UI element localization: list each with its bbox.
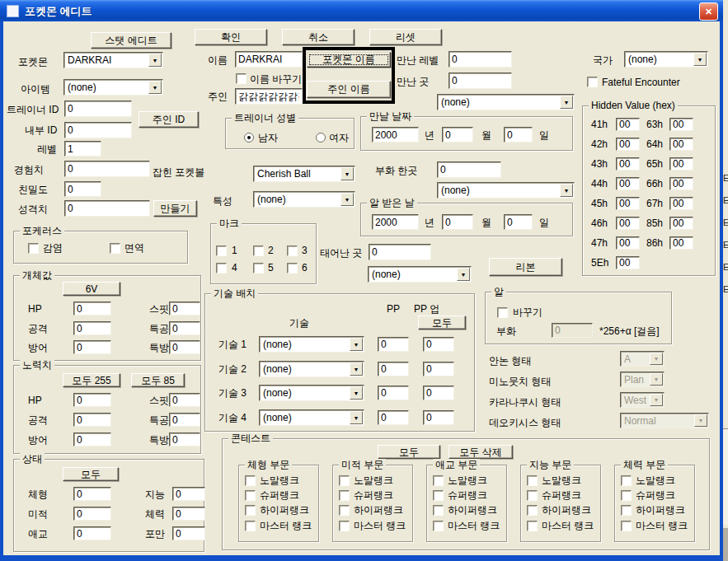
mark-4-checkbox[interactable] xyxy=(216,263,227,273)
tough-master-rank-checkbox[interactable] xyxy=(621,521,632,531)
pokemon-select[interactable]: DARKRAI ▼ xyxy=(63,52,163,68)
contest-clear-button[interactable]: 모두 삭제 xyxy=(449,445,513,459)
condition-all-button[interactable]: 모두 xyxy=(63,467,119,481)
caught-ball-select[interactable]: Cherish Ball ▼ xyxy=(253,166,355,182)
iv-hp-input[interactable] xyxy=(73,302,111,316)
move-1-select[interactable]: (none) ▼ xyxy=(259,336,364,353)
met-date-month-input[interactable] xyxy=(442,127,473,143)
rename-checkbox[interactable] xyxy=(236,73,247,84)
friendship-input[interactable] xyxy=(64,181,101,197)
stat-edit-button[interactable]: 스탯 에디트 xyxy=(91,32,171,49)
move-2-ppup-input[interactable] xyxy=(423,362,454,376)
owner-id-button[interactable]: 주인 ID xyxy=(139,111,199,128)
reset-button[interactable]: 리셋 xyxy=(369,29,442,45)
move-3-pp-input[interactable] xyxy=(378,386,409,400)
hex-65h-input[interactable] xyxy=(669,157,693,171)
exp-input[interactable] xyxy=(64,161,150,177)
dropdown-arrow-icon[interactable]: ▼ xyxy=(560,96,573,109)
hex-64h-input[interactable] xyxy=(669,138,693,151)
cute-input[interactable] xyxy=(73,526,111,540)
pokerus-infected-checkbox[interactable] xyxy=(28,243,39,254)
hex-46h-input[interactable] xyxy=(616,217,640,230)
hex-63h-input[interactable] xyxy=(669,118,693,131)
iv-6v-button[interactable]: 6V xyxy=(63,282,120,296)
iv-speed-input[interactable] xyxy=(169,302,200,316)
dropdown-arrow-icon[interactable]: ▼ xyxy=(148,54,162,67)
dropdown-arrow-icon[interactable]: ▼ xyxy=(350,338,363,351)
egg-date-year-input[interactable] xyxy=(372,214,419,230)
cute-super-rank-checkbox[interactable] xyxy=(433,490,444,501)
internal-id-input[interactable] xyxy=(64,122,132,138)
ribbon-button[interactable]: 리본 xyxy=(489,258,562,276)
iv-atk-input[interactable] xyxy=(73,321,111,335)
ev-hp-input[interactable] xyxy=(73,393,111,407)
cute-master-rank-checkbox[interactable] xyxy=(433,521,444,531)
owner-input[interactable] xyxy=(235,88,303,105)
gender-male-radio[interactable] xyxy=(244,133,254,143)
gender-female-radio[interactable] xyxy=(316,133,326,143)
hex-66h-input[interactable] xyxy=(669,177,693,190)
pid-input[interactable] xyxy=(64,200,150,217)
birth-location-select[interactable]: (none) ▼ xyxy=(368,266,472,283)
met-place-input[interactable] xyxy=(449,72,512,89)
mark-6-checkbox[interactable] xyxy=(287,263,298,273)
dropdown-arrow-icon[interactable]: ▼ xyxy=(350,386,363,400)
tough-hyper-rank-checkbox[interactable] xyxy=(621,505,632,516)
smart-input[interactable] xyxy=(172,487,205,501)
move-2-select[interactable]: (none) ▼ xyxy=(259,361,364,377)
smart-super-rank-checkbox[interactable] xyxy=(527,490,538,501)
met-date-year-input[interactable] xyxy=(372,127,419,143)
mark-5-checkbox[interactable] xyxy=(253,263,264,273)
dropdown-arrow-icon[interactable]: ▼ xyxy=(693,53,707,66)
ev-all-255-button[interactable]: 모두 255 xyxy=(63,373,120,387)
trainer-id-input[interactable] xyxy=(64,101,132,117)
cute-normal-rank-checkbox[interactable] xyxy=(433,475,444,486)
sheen-input[interactable] xyxy=(172,526,205,540)
cool-master-rank-checkbox[interactable] xyxy=(245,521,256,531)
smart-hyper-rank-checkbox[interactable] xyxy=(527,505,538,516)
hex-42h-input[interactable] xyxy=(616,138,640,151)
mark-3-checkbox[interactable] xyxy=(287,245,298,256)
cool-hyper-rank-checkbox[interactable] xyxy=(245,505,256,516)
beauty-super-rank-checkbox[interactable] xyxy=(339,490,350,501)
hex-85h-input[interactable] xyxy=(669,217,693,230)
birth-place-input[interactable] xyxy=(369,244,431,260)
hex-45h-input[interactable] xyxy=(616,197,640,210)
tough-input[interactable] xyxy=(172,507,205,521)
beauty-normal-rank-checkbox[interactable] xyxy=(339,475,350,486)
cool-super-rank-checkbox[interactable] xyxy=(245,490,256,501)
mark-2-checkbox[interactable] xyxy=(253,245,264,256)
country-select[interactable]: (none) ▼ xyxy=(624,51,708,68)
make-pid-button[interactable]: 만들기 xyxy=(153,200,197,217)
move-4-select[interactable]: (none) ▼ xyxy=(259,409,364,426)
beauty-master-rank-checkbox[interactable] xyxy=(339,521,350,531)
ev-spatk-input[interactable] xyxy=(169,413,200,427)
ppup-all-button[interactable]: 모두 xyxy=(418,316,466,330)
cute-hyper-rank-checkbox[interactable] xyxy=(433,505,444,516)
close-button[interactable]: ✕ xyxy=(699,2,718,21)
beauty-input[interactable] xyxy=(73,507,111,521)
pokerus-cured-checkbox[interactable] xyxy=(110,243,120,254)
met-level-input[interactable] xyxy=(449,51,512,68)
hex-47h-input[interactable] xyxy=(616,236,640,250)
ev-atk-input[interactable] xyxy=(73,413,111,427)
move-1-pp-input[interactable] xyxy=(378,337,409,352)
hex-43h-input[interactable] xyxy=(616,157,640,171)
hex-44h-input[interactable] xyxy=(616,177,640,190)
cool-input[interactable] xyxy=(73,487,111,501)
titlebar[interactable]: 포켓몬 에디트 ✕ xyxy=(0,0,723,21)
egg-date-month-input[interactable] xyxy=(442,214,473,230)
move-3-select[interactable]: (none) ▼ xyxy=(259,385,364,401)
tough-super-rank-checkbox[interactable] xyxy=(621,490,632,501)
ok-button[interactable]: 확인 xyxy=(195,29,267,45)
move-1-ppup-input[interactable] xyxy=(423,337,454,352)
dropdown-arrow-icon[interactable]: ▼ xyxy=(350,362,363,376)
hatch-place-input[interactable] xyxy=(437,161,501,178)
move-3-ppup-input[interactable] xyxy=(423,386,454,400)
hatch-location-select[interactable]: (none) ▼ xyxy=(437,182,575,199)
cancel-button[interactable]: 취소 xyxy=(282,29,355,45)
beauty-hyper-rank-checkbox[interactable] xyxy=(339,505,350,516)
mark-1-checkbox[interactable] xyxy=(216,245,227,256)
item-select[interactable]: (none) ▼ xyxy=(63,79,163,96)
hex-41h-input[interactable] xyxy=(616,118,640,131)
